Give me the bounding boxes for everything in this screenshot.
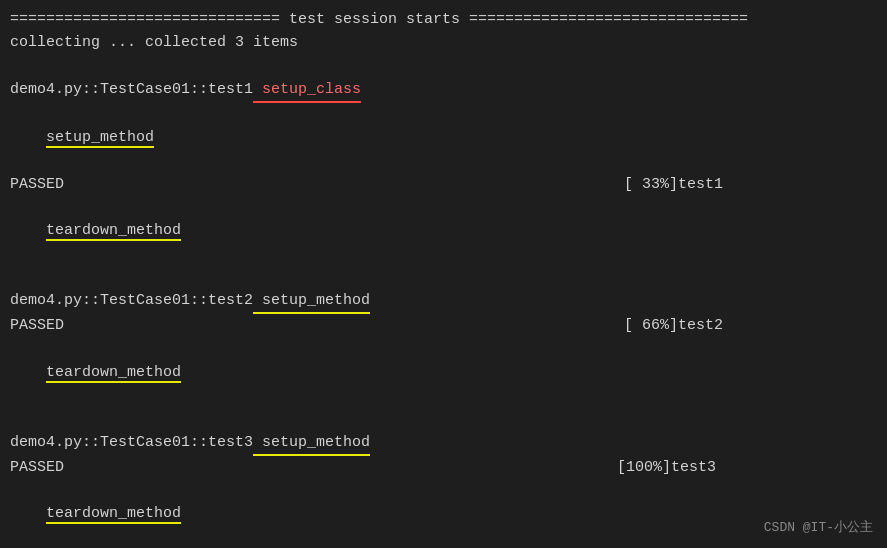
- separator-line: ============================== test sess…: [10, 8, 877, 31]
- test1-header: demo4.py::TestCase01::test1 setup_class: [10, 78, 877, 103]
- test1-teardown: teardown_method: [10, 196, 877, 266]
- test2-teardown-text: teardown_method: [46, 364, 181, 383]
- empty-line-1: [10, 55, 877, 78]
- test3-teardown: teardown_method: [10, 479, 877, 548]
- collecting-line: collecting ... collected 3 items: [10, 31, 877, 54]
- test1-setup-method: setup_method: [10, 103, 877, 173]
- test2-passed: PASSED: [10, 314, 64, 337]
- test1-passed: PASSED: [10, 173, 64, 196]
- test3-teardown-text: teardown_method: [46, 505, 181, 524]
- watermark: CSDN @IT-小公主: [764, 518, 873, 536]
- test2-setup-method: setup_method: [253, 289, 370, 314]
- test3-passed-line: PASSED [100%]test3: [10, 456, 877, 479]
- test3-percent: [100%]test3: [617, 456, 716, 479]
- test3-header: demo4.py::TestCase01::test3 setup_method: [10, 431, 877, 456]
- test3-path: demo4.py::TestCase01::test3: [10, 431, 253, 456]
- test2-teardown: teardown_method: [10, 338, 877, 408]
- test1-path: demo4.py::TestCase01::test1: [10, 78, 253, 103]
- empty-line-3: [10, 407, 877, 430]
- test2-percent: [ 66%]test2: [624, 314, 723, 337]
- terminal-output: ============================== test sess…: [0, 0, 887, 548]
- test1-teardown-text: teardown_method: [46, 222, 181, 241]
- test2-header: demo4.py::TestCase01::test2 setup_method: [10, 289, 877, 314]
- test1-setup-class: setup_class: [253, 78, 361, 103]
- test1-percent: [ 33%]test1: [624, 173, 723, 196]
- test2-passed-line: PASSED [ 66%]test2: [10, 314, 877, 337]
- empty-line-2: [10, 266, 877, 289]
- test1-passed-line: PASSED [ 33%]test1: [10, 173, 877, 196]
- test3-passed: PASSED: [10, 456, 64, 479]
- test2-path: demo4.py::TestCase01::test2: [10, 289, 253, 314]
- test3-setup-method: setup_method: [253, 431, 370, 456]
- test1-setup-method-text: setup_method: [46, 129, 154, 148]
